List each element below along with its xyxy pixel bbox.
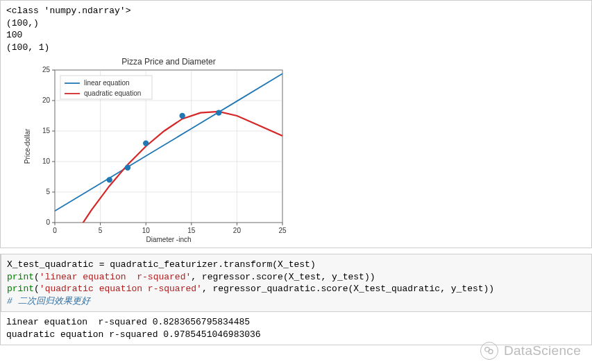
output-line: linear equation r-squared 0.828365679583…: [6, 316, 586, 329]
code-comment: # 二次回归效果更好: [7, 296, 90, 306]
output-cell-bottom: linear equation r-squared 0.828365679583…: [0, 312, 592, 345]
code-token: , regressor.score(X_test, y_test)): [191, 272, 375, 282]
output-cell-top: <class 'numpy.ndarray'> (100,) 100 (100,…: [0, 0, 592, 248]
code-content: X_test_quadratic = quadratic_featurizer.…: [1, 254, 591, 311]
chart-figure: 00551010151520202525Diameter -inchPrice-…: [19, 56, 296, 243]
svg-text:15: 15: [187, 227, 196, 234]
code-string: 'quadratic equation r-squared': [40, 284, 202, 294]
code-token: quadratic_featurizer.transform(X_test): [104, 259, 315, 270]
code-keyword: print: [7, 284, 34, 294]
output-line: quadratic equation r-squared 0.978545104…: [6, 329, 586, 341]
watermark-text: DataScience: [504, 343, 581, 358]
svg-text:Diameter -inch: Diameter -inch: [146, 236, 191, 243]
code-keyword: print: [7, 272, 34, 282]
svg-text:10: 10: [42, 157, 51, 165]
svg-text:15: 15: [42, 127, 51, 135]
code-string: 'linear equation r-squared': [40, 272, 191, 282]
svg-text:0: 0: [53, 227, 57, 234]
svg-text:Pizza Price and Diameter: Pizza Price and Diameter: [121, 57, 215, 67]
svg-text:20: 20: [233, 227, 242, 234]
code-token: X_test_quadratic: [7, 259, 99, 270]
svg-point-42: [125, 165, 130, 171]
svg-text:5: 5: [46, 188, 50, 196]
svg-point-43: [143, 141, 149, 146]
svg-text:5: 5: [99, 227, 103, 234]
output-line: <class 'numpy.ndarray'>: [6, 5, 586, 17]
svg-text:25: 25: [278, 227, 287, 234]
svg-point-41: [107, 177, 112, 182]
svg-text:quadratic equation: quadratic equation: [84, 89, 141, 97]
code-cell[interactable]: X_test_quadratic = quadratic_featurizer.…: [0, 254, 592, 312]
svg-text:20: 20: [42, 96, 51, 104]
output-line: (100,): [6, 17, 586, 30]
svg-text:linear equation: linear equation: [84, 79, 130, 87]
svg-text:Price-dollar: Price-dollar: [24, 128, 31, 164]
svg-text:10: 10: [142, 227, 151, 234]
svg-point-52: [489, 349, 493, 354]
wechat-icon: [480, 342, 498, 360]
output-line: (100, 1): [6, 42, 586, 54]
svg-point-45: [216, 110, 221, 116]
svg-text:25: 25: [42, 66, 51, 73]
svg-text:0: 0: [46, 218, 50, 226]
watermark: DataScience: [480, 342, 581, 360]
output-line: 100: [6, 29, 586, 42]
svg-point-44: [179, 113, 185, 119]
code-token: , regressor_quadratic.score(X_test_quadr…: [202, 284, 494, 294]
